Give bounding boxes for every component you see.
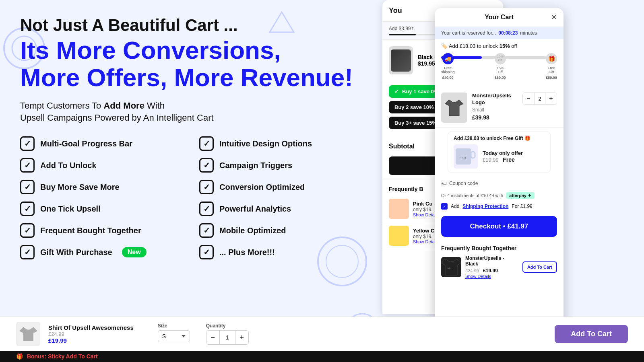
feature-label-9: Conversion Optimized [219,183,305,192]
bonus-bar-text: 🎁 Bonus: Sticky Add To Cart [16,353,100,360]
cart-bg-subtotal-label: Subtotal [389,143,415,150]
progress-price-2: £60.00 [495,76,506,80]
bottom-sticky-bar: Shirt Of Upsell Awesomeness £24.99 £19.9… [0,317,644,362]
coupon-section: 🏷 Coupon code [435,176,564,191]
features-left-col: ✓ Multi-Goal Progress Bar ✓ Add To Unloc… [20,136,183,259]
svg-text:mug: mug [460,156,466,159]
cart-fg-fbt-title: Frequently Bought Together [441,245,557,251]
progress-price-1: £40.00 [442,76,454,80]
cart-fg-product-controls: − 2 + [522,93,557,105]
check-icon-6: ✓ [20,245,35,259]
fbt-item-2-name: Yellow C [413,228,435,234]
check-icon-2: ✓ [20,158,35,173]
progress-milestone-3: 🎁 FreeGift £80.00 [546,53,557,80]
cart-bg-fbt-label: Frequently B [389,186,423,192]
check-icon-9: ✓ [199,180,214,194]
cart-fg-quantity-control[interactable]: − 2 + [522,93,557,105]
cart-fg-reserved-text: Your cart is reserved for... [441,30,496,36]
fbt-item-1-details: Pink Cu only $19. Show Deta [413,201,435,217]
sticky-price-new: £19.99 [48,337,134,344]
features-grid: ✓ Multi-Goal Progress Bar ✓ Add To Unloc… [20,136,362,259]
coupon-label: Coupon code [449,181,478,186]
cart-fg-reserved-bar: Your cart is reserved for... 00:08:23 mi… [435,27,564,39]
today-offer-image: mug [454,144,478,169]
cart-fg-title: Your Cart [485,14,514,21]
sticky-qty-decrease[interactable]: − [206,331,219,344]
fbt-item-1-price: only $19. [413,207,435,212]
quantity-decrease-button[interactable]: − [523,93,534,104]
coupon-link[interactable]: 🏷 Coupon code [441,180,557,187]
progress-label-2: 15%Off [497,66,504,74]
headline-blue-line1: Its More Conversions, [20,36,281,64]
sticky-size-select[interactable]: S M L XL [158,330,190,342]
cart-fg-timer: 00:08:23 [498,30,518,36]
left-content: Not Just A Beautiful Cart ... Its More C… [0,0,382,362]
fbt-product-1-price-old: £24.99 [465,268,479,273]
fbt-product-1: MU MonsterUpsells - Black £24.99 £19.99 … [441,255,557,279]
right-panel: You Add $3.99 t Black C $19.95 [382,0,644,362]
feature-analytics: ✓ Powerful Analytics [199,202,362,216]
shipping-protection-text: Add [451,204,459,209]
headline-black: Not Just A Beautiful Cart ... [20,16,362,35]
quantity-value: 2 [534,93,545,104]
cart-bg-product-image [389,46,413,74]
tier-label-2: Buy 2 save 10% [394,104,434,110]
svg-rect-7 [471,152,475,158]
fbt-item-1-show-details[interactable]: Show Deta [413,212,435,217]
fbt-product-1-add-button[interactable]: Add To Cart [522,261,557,273]
progress-circle-2: 15%Off [495,53,506,64]
check-icon-10: ✓ [199,202,214,216]
fbt-item-1-name: Pink Cu [413,201,435,207]
sticky-qty-increase[interactable]: + [235,331,248,344]
fbt-product-1-name: MonsterUpsells - Black [465,255,518,267]
bonus-bar: 🎁 Bonus: Sticky Add To Cart [0,351,644,362]
feature-one-tick: ✓ One Tick Upsell [20,202,183,216]
cart-fg-product: MonsterUpsells Logo Small £39.98 − 2 + [435,88,564,128]
cart-window-foreground: Your Cart ✕ Your cart is reserved for...… [435,8,564,342]
cart-bg-add-text: Add $3.99 t [389,26,413,31]
feature-campaign: ✓ Campaign Triggers [199,158,362,173]
svg-text:MU: MU [448,267,451,269]
sticky-quantity-label: Quantity [206,323,249,329]
unlock-gift-text: Add £38.03 to unlock Free Gift 🎁 [454,136,545,141]
check-icon-11: ✓ [199,223,214,238]
shipping-protection-checkbox[interactable]: ✓ [441,203,448,210]
sticky-product-image [16,322,40,346]
sticky-price-old: £24.99 [48,331,134,337]
progress-milestone-2: 15%Off 15%Off £60.00 [495,53,506,80]
feature-label-11: Mobile Optimized [219,226,286,235]
shipping-protection-price: For £1.99 [512,204,532,209]
fbt-product-1-image: MU [441,257,461,277]
check-icon-5: ✓ [20,223,35,238]
shipping-protection-row: ✓ Add Shipping Protection For £1.99 [435,201,564,212]
feature-label-8: Campaign Triggers [219,161,292,170]
progress-label-1: Freeshipping [441,66,455,74]
sticky-size-field: Size S M L XL [158,323,190,345]
feature-conversion: ✓ Conversion Optimized [199,180,362,194]
check-icon-12: ✓ [199,245,214,259]
progress-label-3: FreeGift [548,66,555,74]
sticky-quantity-control[interactable]: − 1 + [206,330,249,345]
quantity-increase-button[interactable]: + [545,93,557,104]
feature-label-7: Intuitive Design Options [219,139,312,148]
feature-add-unlock: ✓ Add To Unlock [20,158,183,173]
cart-fg-product-info: MonsterUpsells Logo Small £39.98 [472,93,518,121]
cart-fg-product-variant: Small [472,107,518,113]
feature-intuitive: ✓ Intuitive Design Options [199,136,362,151]
feature-label-12: ... Plus More!!! [219,248,275,257]
today-offer-label: Today only offer [483,150,523,156]
checkout-button[interactable]: Checkout • £41.97 [441,216,557,237]
close-icon[interactable]: ✕ [551,13,557,22]
fbt-product-1-show-details[interactable]: Show Details [465,274,518,279]
shipping-protection-link[interactable]: Shipping Protection [462,204,508,209]
afterpay-row: Or 4 installments of £10.49 with afterpa… [435,191,564,201]
progress-milestone-1: 🚚 Freeshipping £40.00 [441,53,455,80]
check-icon-7: ✓ [199,136,214,151]
progress-price-3: £80.00 [546,76,557,80]
sticky-add-to-cart-button[interactable]: Add To Cart [555,325,628,343]
fbt-item-2-show-details[interactable]: Show Deta [413,239,435,244]
today-offer-free: Free [503,156,515,163]
check-icon-4: ✓ [20,202,35,216]
fbt-product-1-info: MonsterUpsells - Black £24.99 £19.99 Sho… [465,255,518,279]
cart-fg-product-name: MonsterUpsells Logo [472,93,518,106]
